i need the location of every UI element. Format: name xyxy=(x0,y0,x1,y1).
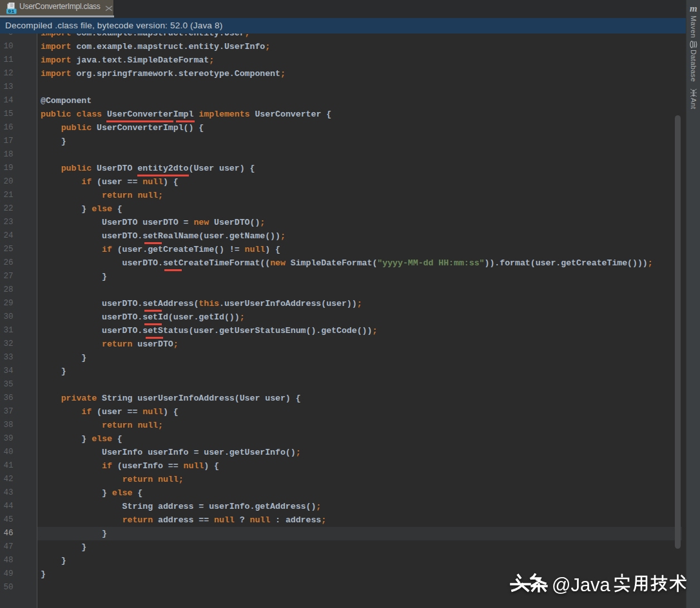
svg-text:@Java: @Java xyxy=(552,575,611,595)
svg-text:01: 01 xyxy=(8,8,15,14)
